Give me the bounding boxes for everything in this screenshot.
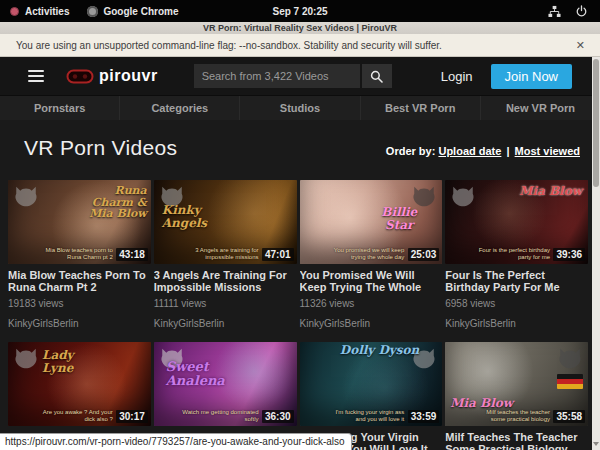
video-title[interactable]: You Promised We Will Keep Trying The Who…	[300, 269, 443, 293]
logo-text: pirouvr	[99, 67, 158, 85]
thumbnail-overlay-title: Billie Star	[368, 206, 430, 231]
german-flag-icon	[557, 374, 583, 389]
nav-studios[interactable]: Studios	[239, 96, 359, 120]
search-bar	[194, 64, 392, 88]
view-count: 19183 views	[8, 298, 151, 309]
nav-new-vr-porn[interactable]: New VR Porn	[480, 96, 600, 120]
video-thumbnail[interactable]: Kinky Angels 3 Angels are training for i…	[154, 180, 297, 264]
join-now-button[interactable]: Join Now	[491, 64, 572, 89]
scrollbar-thumb[interactable]	[593, 59, 599, 187]
activities-button[interactable]: Activities	[10, 6, 69, 17]
chrome-infobar: You are using an unsupported command-lin…	[0, 34, 600, 57]
duration-badge: 25:03	[408, 248, 440, 261]
thumbnail-overlay-title: Mia Blow	[512, 185, 582, 198]
search-button[interactable]	[362, 64, 392, 88]
window-title: VR Porn: Virtual Reality Sex Videos | Pi…	[0, 22, 600, 34]
main-nav: Pornstars Categories Studios Best VR Por…	[0, 95, 600, 120]
infobar-close-icon[interactable]: ✕	[573, 39, 588, 52]
order-by: Order by: Upload date | Most viewed	[386, 145, 580, 160]
duration-badge: 30:17	[116, 410, 148, 423]
order-most-viewed-link[interactable]: Most viewed	[515, 145, 580, 157]
studio-watermark-cat-icon	[450, 184, 476, 208]
hamburger-menu-icon[interactable]	[28, 70, 44, 82]
studio-link[interactable]: KinkyGirlsBerlin	[154, 318, 297, 329]
duration-badge: 47:01	[262, 248, 294, 261]
video-thumbnail[interactable]: Billie Star You promised we will keep tr…	[300, 180, 443, 264]
system-top-bar: Activities Google Chrome Sep 7 20:25	[0, 0, 600, 22]
site-header: pirouvr Login Join Now	[0, 57, 600, 95]
thumbnail-overlay-title: Mia Blow	[450, 397, 522, 410]
nav-best-vr-porn[interactable]: Best VR Porn	[360, 96, 480, 120]
studio-watermark-cat-icon	[159, 346, 185, 370]
infobar-message: You are using an unsupported command-lin…	[12, 40, 573, 51]
view-count: 11111 views	[154, 298, 297, 309]
studio-watermark-cat-icon	[13, 184, 39, 208]
studio-link[interactable]: KinkyGirlsBerlin	[445, 318, 588, 329]
thumbnail-overlay-title: Lady Lyne	[42, 349, 106, 374]
network-tray-icon[interactable]	[548, 5, 561, 18]
duration-badge: 43:18	[116, 248, 148, 261]
video-card[interactable]: Mia Blow Milf teaches the teacher some p…	[445, 342, 588, 450]
page-title-row: VR Porn Videos Order by: Upload date | M…	[0, 120, 600, 180]
duration-badge: 36:30	[262, 410, 294, 423]
view-count: 6958 views	[445, 298, 588, 309]
studio-watermark-cat-icon	[159, 184, 185, 208]
thumbnail-caption: Milf teaches the teacher some practical …	[470, 409, 550, 423]
video-card[interactable]: Runa Charm & Mia Blow Mia Blow teaches p…	[8, 180, 151, 329]
studio-link[interactable]: KinkyGirlsBerlin	[300, 318, 443, 329]
video-grid: Runa Charm & Mia Blow Mia Blow teaches p…	[0, 180, 600, 450]
login-link[interactable]: Login	[441, 69, 473, 84]
video-thumbnail[interactable]: Sweet Analena Watch me getting dominated…	[154, 342, 297, 426]
duration-badge: 39:36	[553, 248, 585, 261]
video-title[interactable]: Mia Blow Teaches Porn To Runa Charm Pt 2	[8, 269, 151, 293]
page-title: VR Porn Videos	[24, 136, 177, 160]
video-thumbnail[interactable]: Mia Blow Four is the perfect birthday pa…	[445, 180, 588, 264]
thumbnail-caption: Mia Blow teaches porn to Runa Charm pt 2	[33, 247, 113, 261]
thumbnail-caption: Watch me getting dominated softly	[179, 409, 259, 423]
scrollbar-down-arrow-icon[interactable]	[592, 439, 600, 449]
video-thumbnail[interactable]: Dolly Dyson I'm fucking your virgin ass …	[300, 342, 443, 426]
activities-label: Activities	[25, 6, 69, 17]
studio-watermark-cat-icon	[13, 346, 39, 370]
search-icon	[370, 70, 383, 83]
video-title[interactable]: 3 Angels Are Training For Impossible Mis…	[154, 269, 297, 293]
order-separator: |	[504, 145, 511, 157]
screen: Activities Google Chrome Sep 7 20:25 VR …	[0, 0, 600, 450]
studio-watermark-cat-icon	[411, 184, 437, 208]
thumbnail-overlay-title: Runa Charm & Mia Blow	[71, 185, 147, 220]
thumbnail-overlay-title: Dolly Dyson	[338, 344, 422, 357]
video-card[interactable]: Kinky Angels 3 Angels are training for i…	[154, 180, 297, 329]
status-url-bubble: https://pirouvr.com/vr-porn-video/779325…	[0, 433, 352, 450]
app-menu-button[interactable]: Google Chrome	[87, 6, 178, 17]
order-by-label: Order by:	[386, 145, 436, 157]
thumbnail-caption: Are you awake ? And your dick also ?	[33, 409, 113, 423]
nav-categories[interactable]: Categories	[119, 96, 239, 120]
thumbnail-caption: I'm fucking your virgin ass and you will…	[324, 409, 404, 423]
video-card[interactable]: Mia Blow Four is the perfect birthday pa…	[445, 180, 588, 329]
vr-goggles-icon	[66, 69, 94, 84]
search-input[interactable]	[194, 64, 360, 88]
video-thumbnail[interactable]: Runa Charm & Mia Blow Mia Blow teaches p…	[8, 180, 151, 264]
chrome-app-icon	[87, 6, 98, 17]
video-title[interactable]: Four Is The Perfect Birthday Party For M…	[445, 269, 588, 293]
thumbnail-caption: You promised we will keep trying the who…	[324, 247, 404, 261]
thumbnail-caption: 3 Angels are training for impossible mis…	[179, 247, 259, 261]
thumbnail-caption: Four is the perfect birthday party for m…	[470, 247, 550, 261]
scrollbar[interactable]	[592, 57, 600, 450]
site-logo[interactable]: pirouvr	[66, 67, 158, 85]
duration-badge: 33:59	[408, 410, 440, 423]
power-icon[interactable]	[575, 5, 588, 18]
order-upload-date-link[interactable]: Upload date	[438, 145, 501, 157]
studio-link[interactable]: KinkyGirlsBerlin	[8, 318, 151, 329]
studio-watermark-cat-icon	[557, 346, 583, 370]
studio-watermark-cat-icon	[411, 346, 437, 370]
video-title[interactable]: Milf Teaches The Teacher Some Practical …	[445, 431, 588, 450]
video-card[interactable]: Billie Star You promised we will keep tr…	[300, 180, 443, 329]
nav-pornstars[interactable]: Pornstars	[0, 96, 119, 120]
video-thumbnail[interactable]: Mia Blow Milf teaches the teacher some p…	[445, 342, 588, 426]
duration-badge: 35:58	[553, 410, 585, 423]
web-page: pirouvr Login Join Now Pornstars Categor…	[0, 57, 600, 450]
video-thumbnail[interactable]: Lady Lyne Are you awake ? And your dick …	[8, 342, 151, 426]
view-count: 11326 views	[300, 298, 443, 309]
app-menu-label: Google Chrome	[103, 6, 178, 17]
